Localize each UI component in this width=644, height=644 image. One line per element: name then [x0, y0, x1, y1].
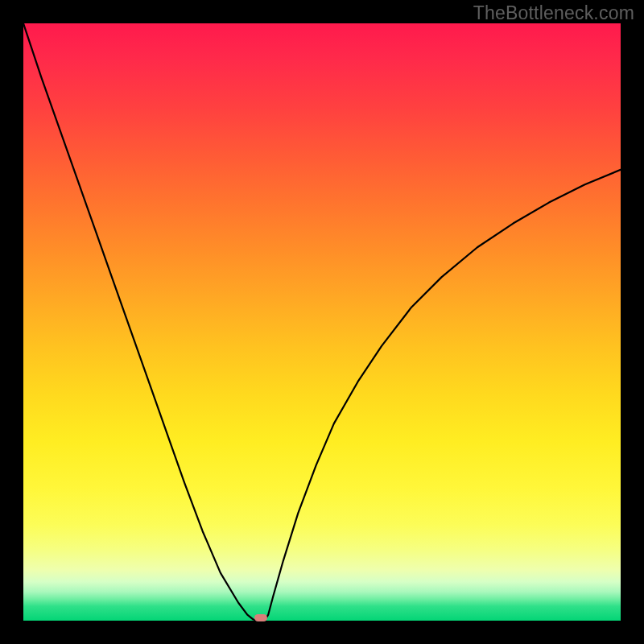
- watermark-text: TheBottleneck.com: [473, 2, 634, 24]
- chart-frame: { "watermark": "TheBottleneck.com", "cha…: [0, 0, 644, 644]
- bottleneck-curve: [23, 23, 621, 621]
- min-marker: [254, 614, 267, 621]
- plot-area: [23, 23, 621, 621]
- curve-svg: [23, 23, 621, 621]
